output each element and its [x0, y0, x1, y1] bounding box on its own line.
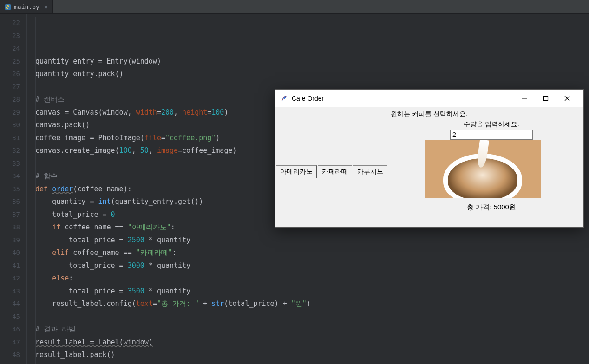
line-number: 46	[0, 323, 20, 336]
americano-button[interactable]: 아메리카노	[276, 165, 317, 178]
line-number: 36	[0, 195, 20, 208]
select-coffee-label: 원하는 커피를 선택하세요.	[275, 110, 583, 118]
code-line[interactable]: total_price = 3000 * quantity	[35, 260, 589, 273]
line-number: 29	[0, 106, 20, 119]
coffee-image-canvas	[425, 140, 541, 198]
line-number: 25	[0, 55, 20, 68]
line-number: 39	[0, 234, 20, 247]
line-number: 32	[0, 144, 20, 157]
window-titlebar[interactable]: Cafe Order	[275, 90, 583, 107]
line-number: 22	[0, 17, 20, 30]
close-button[interactable]	[556, 90, 578, 107]
line-number: 23	[0, 30, 20, 43]
code-line[interactable]: else:	[35, 272, 589, 285]
code-line[interactable]: # 결과 라벨	[35, 323, 589, 336]
code-line[interactable]: result_label = Label(window)	[35, 336, 589, 349]
line-number: 34	[0, 170, 20, 183]
code-line[interactable]: result_label.pack()	[35, 349, 589, 362]
coffee-buttons-row: 아메리카노 카페라떼 카푸치노	[276, 165, 387, 178]
maximize-icon	[543, 96, 549, 101]
code-line[interactable]: elif coffee_name == "카페라떼":	[35, 247, 589, 260]
svg-rect-0	[5, 4, 11, 9]
python-file-icon	[5, 4, 11, 10]
code-line[interactable]	[35, 362, 589, 364]
line-number: 41	[0, 260, 20, 273]
line-number: 42	[0, 272, 20, 285]
line-number: 47	[0, 336, 20, 349]
line-number: 45	[0, 311, 20, 324]
cappuccino-button[interactable]: 카푸치노	[353, 165, 387, 178]
line-number: 35	[0, 183, 20, 196]
line-number: 40	[0, 247, 20, 260]
line-number-gutter: 2223242526272829303132333435363738394041…	[0, 14, 27, 364]
code-line[interactable]	[35, 311, 589, 324]
editor-tab-bar: main.py ×	[0, 0, 589, 14]
cafe-order-window: Cafe Order 원하는 커피를 선택하세요. 수량을 입력하세요. 아메리…	[275, 89, 584, 228]
window-title: Cafe Order	[292, 95, 324, 102]
tab-filename: main.py	[14, 3, 39, 10]
app-body: 원하는 커피를 선택하세요. 수량을 입력하세요. 아메리카노 카페라떼 카푸치…	[275, 107, 583, 227]
line-number: 27	[0, 81, 20, 94]
maximize-button[interactable]	[535, 90, 556, 107]
line-number: 24	[0, 42, 20, 55]
minimize-button[interactable]	[514, 90, 535, 107]
line-number: 26	[0, 68, 20, 81]
line-number: 38	[0, 221, 20, 234]
line-number: 43	[0, 285, 20, 298]
quantity-input[interactable]	[450, 130, 533, 140]
line-number: 28	[0, 93, 20, 106]
tk-feather-icon	[281, 95, 288, 102]
line-number: 37	[0, 208, 20, 221]
line-number: 44	[0, 298, 20, 311]
cafelatte-button[interactable]: 카페라떼	[318, 165, 352, 178]
line-number: 48	[0, 349, 20, 362]
minimize-icon	[522, 96, 527, 101]
file-tab-main-py[interactable]: main.py ×	[0, 0, 53, 13]
close-icon[interactable]: ×	[44, 3, 48, 11]
line-number: 30	[0, 119, 20, 132]
quantity-label: 수량을 입력하세요.	[275, 120, 583, 129]
code-line[interactable]: quantity_entry = Entry(window)	[35, 55, 589, 68]
result-price-label: 총 가격: 5000원	[275, 203, 583, 212]
code-line[interactable]: result_label.config(text="총 가격: " + str(…	[35, 298, 589, 311]
code-line[interactable]: total_price = 3500 * quantity	[35, 285, 589, 298]
indent-guide	[35, 17, 36, 364]
line-number: 31	[0, 132, 20, 145]
code-line[interactable]: total_price = 2500 * quantity	[35, 234, 589, 247]
close-icon	[564, 96, 570, 101]
line-number: 33	[0, 157, 20, 170]
code-line[interactable]: quantity_entry.pack()	[35, 68, 589, 81]
svg-rect-2	[544, 96, 548, 100]
